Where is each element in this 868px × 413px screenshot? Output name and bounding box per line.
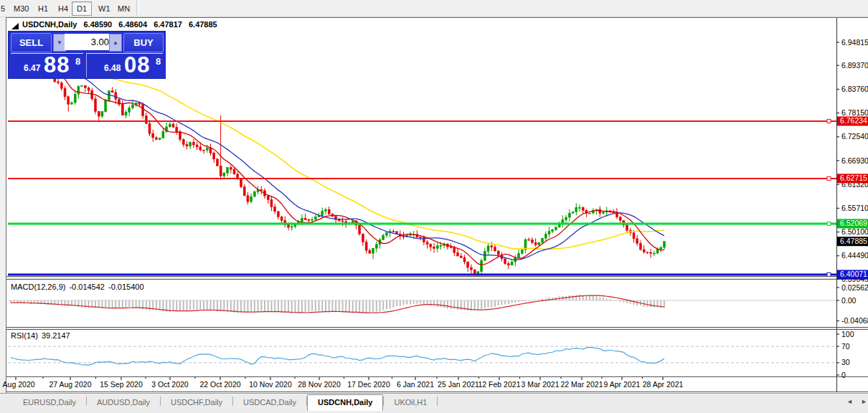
- mt4-window: 5M30H1H4D1W1MN 6.948156.893706.837606.78…: [0, 0, 868, 413]
- svg-text:6.83760: 6.83760: [841, 85, 868, 93]
- chevron-down-icon: ▼: [57, 39, 62, 46]
- svg-text:3 Oct 2020: 3 Oct 2020: [151, 380, 189, 389]
- svg-text:6.62715: 6.62715: [840, 174, 867, 182]
- chart-symbol: USDCNH,Daily: [22, 20, 77, 29]
- svg-text:6.78150: 6.78150: [841, 108, 868, 117]
- svg-text:28 Apr 2021: 28 Apr 2021: [643, 380, 684, 389]
- tab-usdcad[interactable]: USDCAD,Daily: [233, 395, 306, 409]
- svg-text:6.94815: 6.94815: [841, 38, 868, 47]
- chart-marker-icon: [11, 22, 20, 30]
- macd-name: MACD(12,26,9): [11, 283, 65, 291]
- svg-text:17 Dec 2020: 17 Dec 2020: [347, 380, 390, 389]
- svg-text:12 Feb 2021: 12 Feb 2021: [478, 380, 521, 389]
- buy-price-small: 6.48: [104, 63, 121, 73]
- quote-close: 6.47885: [189, 20, 217, 29]
- quote-open: 6.48590: [83, 20, 112, 29]
- quote-high: 6.48604: [118, 20, 147, 29]
- one-click-trading-panel: SELL ▼ ▲ BUY 6.47 88 8 6.48 08 8: [8, 31, 166, 79]
- svg-text:22 Mar 2021: 22 Mar 2021: [561, 380, 603, 389]
- svg-text:6.66930: 6.66930: [841, 156, 868, 165]
- rsi-current-value: 39.2147: [42, 331, 70, 340]
- rsi-name: RSI(14): [11, 331, 38, 340]
- tab-ukoil[interactable]: UKOil,H1: [384, 395, 437, 409]
- buy-price-big: 08: [124, 52, 150, 78]
- buy-price-sup: 8: [156, 56, 161, 67]
- chevron-up-icon: ▲: [113, 39, 118, 46]
- svg-text:27 Aug 2020: 27 Aug 2020: [49, 380, 92, 389]
- macd-signal-value: -0.015400: [108, 283, 144, 291]
- rsi-label: RSI(14)39.2147: [11, 331, 74, 340]
- chart-tabs-bar: EURUSD,DailyAUDUSD,DailyUSDCHF,DailyUSDC…: [0, 393, 868, 413]
- svg-text:100: 100: [841, 330, 854, 338]
- sell-price-sup: 8: [75, 56, 80, 67]
- svg-text:6.72540: 6.72540: [841, 132, 868, 141]
- svg-text:6.76234: 6.76234: [840, 116, 867, 125]
- svg-text:6 Jan 2021: 6 Jan 2021: [397, 380, 434, 389]
- svg-text:6.47885: 6.47885: [840, 237, 867, 245]
- svg-text:22 Oct 2020: 22 Oct 2020: [199, 380, 240, 389]
- tab-eurusd[interactable]: EURUSD,Daily: [13, 395, 86, 409]
- chart-tabs: EURUSD,DailyAUDUSD,DailyUSDCHF,DailyUSDC…: [0, 394, 868, 411]
- tab-separator: [437, 397, 438, 406]
- sell-quote[interactable]: 6.47 88 8: [11, 53, 83, 77]
- svg-text:-0.040687: -0.040687: [841, 316, 868, 325]
- tabs-scroll-right-icon[interactable]: ►: [861, 398, 867, 405]
- svg-text:15 Sep 2020: 15 Sep 2020: [100, 380, 143, 389]
- svg-text:9 Apr 2021: 9 Apr 2021: [604, 380, 641, 389]
- svg-text:0.025623: 0.025623: [841, 283, 868, 292]
- volume-input[interactable]: [65, 34, 112, 50]
- volume-increase-button[interactable]: ▲: [109, 34, 122, 52]
- chart-title-ohlc: USDCNH,Daily 6.48590 6.48604 6.47817 6.4…: [22, 20, 222, 29]
- quote-low: 6.47817: [154, 20, 182, 29]
- svg-text:10 Nov 2020: 10 Nov 2020: [249, 380, 292, 389]
- svg-text:28 Nov 2020: 28 Nov 2020: [298, 380, 341, 389]
- svg-text:25 Jan 2021: 25 Jan 2021: [438, 380, 479, 389]
- tabs-scroll-left-icon[interactable]: ◄: [846, 398, 853, 405]
- svg-text:3 Mar 2021: 3 Mar 2021: [521, 380, 559, 389]
- svg-text:6.40071: 6.40071: [840, 270, 867, 278]
- chart-window: 6.948156.893706.837606.781506.725406.669…: [6, 17, 868, 393]
- buy-button[interactable]: BUY: [123, 33, 164, 52]
- svg-text:6.89370: 6.89370: [841, 61, 868, 70]
- svg-text:30: 30: [841, 358, 850, 366]
- svg-text:6.50100: 6.50100: [841, 227, 868, 236]
- sell-price-big: 88: [44, 52, 70, 78]
- svg-text:70: 70: [841, 342, 850, 351]
- svg-text:0: 0: [841, 371, 846, 379]
- macd-label: MACD(12,26,9)-0.014542-0.015400: [11, 283, 148, 291]
- svg-text:6.52069: 6.52069: [840, 219, 867, 227]
- sell-price-small: 6.47: [24, 63, 40, 73]
- svg-text:6.44490: 6.44490: [841, 251, 868, 260]
- svg-text:0.00: 0.00: [841, 296, 857, 305]
- macd-main-value: -0.014542: [69, 283, 105, 291]
- svg-text:6.55710: 6.55710: [841, 204, 868, 212]
- svg-text:8 Aug 2020: 8 Aug 2020: [1, 380, 35, 389]
- sell-button[interactable]: SELL: [11, 33, 52, 52]
- tab-usdcnh[interactable]: USDCNH,Daily: [307, 394, 383, 411]
- tab-usdchf[interactable]: USDCHF,Daily: [161, 395, 232, 409]
- tab-audusd[interactable]: AUDUSD,Daily: [87, 395, 160, 409]
- buy-quote[interactable]: 6.48 08 8: [86, 53, 163, 77]
